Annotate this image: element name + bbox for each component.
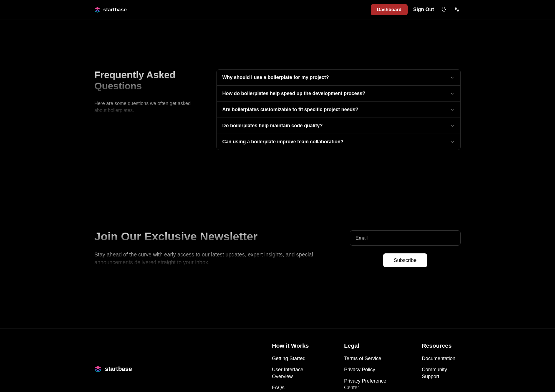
faq-item[interactable]: How do boilerplates help speed up the de… — [217, 86, 460, 102]
footer-logo[interactable]: startbase — [94, 342, 132, 392]
newsletter-intro: Join Our Exclusive Newsletter Stay ahead… — [94, 230, 322, 267]
brand-name: startbase — [103, 7, 127, 13]
faq-question: Do boilerplates help maintain code quali… — [222, 123, 323, 129]
footer-col-title: Legal — [344, 342, 389, 349]
faq-subtitle: Here are some questions we often get ask… — [94, 100, 200, 114]
faq-item[interactable]: Can using a boilerplate improve team col… — [217, 134, 460, 150]
translate-icon — [454, 7, 460, 13]
faq-section: Frequently Asked Questions Here are some… — [0, 19, 555, 150]
chevron-down-icon — [450, 91, 455, 96]
newsletter-section: Join Our Exclusive Newsletter Stay ahead… — [0, 150, 555, 267]
newsletter-title: Join Our Exclusive Newsletter — [94, 230, 322, 243]
faq-item[interactable]: Why should I use a boilerplate for my pr… — [217, 70, 460, 86]
footer-link[interactable]: Privacy Policy — [344, 366, 389, 373]
footer-link[interactable]: Terms of Service — [344, 355, 389, 362]
newsletter-form: Subscribe — [350, 230, 461, 267]
footer-link[interactable]: Documentation — [422, 355, 461, 362]
faq-item[interactable]: Are boilerplates customizable to fit spe… — [217, 102, 460, 118]
chevron-down-icon — [450, 107, 455, 112]
footer-link[interactable]: Privacy Preference Center — [344, 378, 389, 391]
brand-name: startbase — [105, 365, 132, 373]
newsletter-subtitle: Stay ahead of the curve with early acces… — [94, 251, 322, 266]
footer-col-how: How it Works Getting Started User Interf… — [272, 342, 311, 392]
footer-link[interactable]: Community Support — [422, 366, 455, 380]
faq-question: Can using a boilerplate improve team col… — [222, 139, 344, 145]
chevron-down-icon — [450, 139, 455, 144]
signout-button[interactable]: Sign Out — [413, 7, 434, 12]
faq-accordion: Why should I use a boilerplate for my pr… — [216, 69, 461, 150]
footer-top: startbase How it Works Getting Started U… — [94, 342, 461, 392]
email-field[interactable] — [350, 230, 461, 246]
dashboard-button[interactable]: Dashboard — [371, 4, 408, 15]
footer-link[interactable]: FAQs — [272, 384, 311, 391]
moon-stars-icon — [440, 7, 446, 13]
header-actions: Dashboard Sign Out — [371, 4, 461, 15]
footer-link[interactable]: Getting Started — [272, 355, 311, 362]
faq-question: How do boilerplates help speed up the de… — [222, 91, 365, 96]
footer-col-title: Resources — [422, 342, 461, 349]
footer-col-resources: Resources Documentation Community Suppor… — [422, 342, 461, 392]
header: startbase Dashboard Sign Out — [0, 0, 555, 19]
chevron-down-icon — [450, 123, 455, 128]
logo[interactable]: startbase — [94, 7, 127, 13]
subscribe-button[interactable]: Subscribe — [383, 253, 427, 267]
footer-col-legal: Legal Terms of Service Privacy Policy Pr… — [344, 342, 389, 392]
footer-link[interactable]: User Interface Overview — [272, 366, 311, 380]
faq-question: Are boilerplates customizable to fit spe… — [222, 107, 358, 113]
theme-toggle-button[interactable] — [440, 6, 447, 14]
faq-item[interactable]: Do boilerplates help maintain code quali… — [217, 118, 460, 134]
footer: startbase How it Works Getting Started U… — [0, 328, 555, 392]
faq-intro: Frequently Asked Questions Here are some… — [94, 69, 200, 150]
chevron-down-icon — [450, 75, 455, 80]
stack-icon — [94, 7, 100, 13]
footer-col-title: How it Works — [272, 342, 311, 349]
stack-icon — [94, 365, 102, 373]
footer-links: How it Works Getting Started User Interf… — [272, 342, 461, 392]
faq-title: Frequently Asked Questions — [94, 69, 200, 92]
language-button[interactable] — [453, 6, 461, 14]
faq-question: Why should I use a boilerplate for my pr… — [222, 75, 329, 80]
